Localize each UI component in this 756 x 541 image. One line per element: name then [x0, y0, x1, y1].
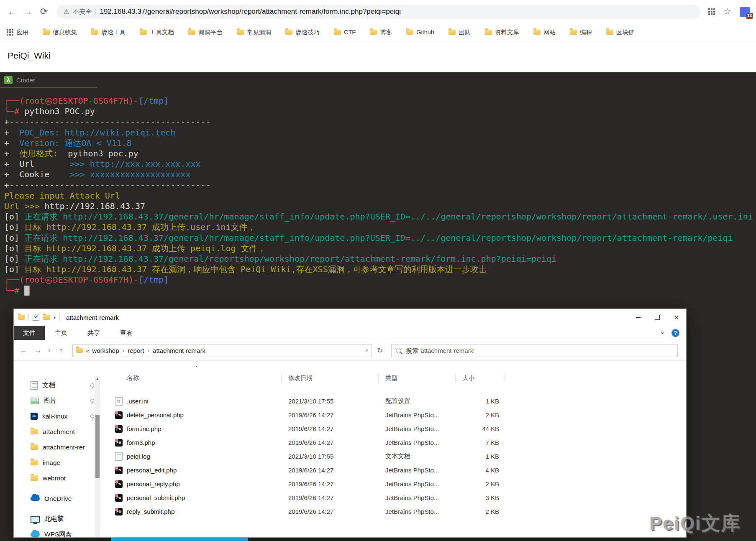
nav-item[interactable]: 此电脑	[14, 511, 100, 527]
bookmark-item[interactable]: Github	[406, 29, 434, 36]
reload-button[interactable]: ⟳	[36, 4, 52, 20]
search-input[interactable]	[405, 347, 673, 355]
bookmark-item[interactable]: 渗透技巧	[285, 28, 320, 36]
quick-access-chevron-icon[interactable]: ▾	[54, 315, 56, 320]
nav-item-label: attachment	[43, 428, 75, 436]
browser-chrome: ← → ⟳ ⚠ 不安全 192.168.43.37/general/report…	[0, 0, 756, 72]
explorer-back-button[interactable]: ←	[17, 344, 30, 357]
terminal-line: + Cookie >>> xxxxxxxxxxxxxxxxxxxx	[4, 169, 753, 180]
not-secure-icon: ⚠	[64, 8, 69, 15]
quick-access-newfolder-icon[interactable]	[43, 315, 50, 320]
ribbon-expand-chevron-icon[interactable]: ˅	[661, 330, 664, 336]
nav-item[interactable]: OneDrive	[14, 491, 100, 506]
help-icon[interactable]: ?	[671, 329, 679, 337]
close-button[interactable]: ×	[667, 309, 686, 326]
ribbon-tab[interactable]: 文件	[14, 326, 45, 340]
extension-icon[interactable]: 13	[740, 7, 750, 17]
up-button[interactable]: ↑	[55, 344, 67, 357]
bookmark-item[interactable]: CTF	[334, 29, 356, 36]
file-size: 1 KB	[456, 398, 505, 405]
scrollbar-thumb[interactable]	[95, 415, 100, 478]
ribbon-tab[interactable]: 共享	[77, 326, 110, 340]
file-date: 2021/3/10 17:55	[282, 398, 379, 405]
address-bar[interactable]: ⚠ 不安全 192.168.43.37/general/reportshop/w…	[57, 5, 700, 19]
watermark: PeiQi文库	[649, 511, 741, 536]
nav-item[interactable]: attachment-rer	[14, 439, 100, 455]
file-name-cell: PSreply_submit.php	[100, 508, 282, 515]
apps-grid-icon	[7, 29, 13, 36]
breadcrumb-overflow-icon[interactable]: «	[86, 347, 89, 354]
file-row[interactable]: PSform3.php2019/6/26 14:27JetBrains PhpS…	[100, 436, 686, 449]
file-name: form3.php	[127, 439, 155, 446]
bookmark-star-icon[interactable]: ☆	[723, 7, 731, 17]
bookmark-item[interactable]: 资料文库	[485, 28, 519, 36]
nav-scrollbar[interactable]	[95, 376, 100, 537]
breadcrumb[interactable]: « workshop›report›attachment-remark ˅	[72, 344, 372, 357]
sort-ascending-icon[interactable]: ˆ	[195, 365, 197, 372]
bookmark-item[interactable]: 漏洞平台	[188, 28, 223, 36]
ribbon-tab[interactable]: 查看	[110, 326, 143, 340]
nav-item[interactable]: kali-linux	[14, 408, 100, 424]
bookmark-item[interactable]: 渗透工具	[91, 28, 126, 36]
ribbon-tab[interactable]: 主页	[45, 326, 77, 340]
bookmark-item[interactable]: 区块链	[606, 28, 635, 36]
scrollbar-up-icon[interactable]	[95, 376, 100, 382]
column-header[interactable]: 修改日期	[282, 373, 379, 383]
bookmark-item[interactable]: 应用	[7, 28, 28, 36]
explorer-forward-button[interactable]: →	[31, 344, 44, 357]
nav-item[interactable]: WPS网盘	[14, 527, 100, 541]
terminal-line: [o] 目标 http://192.168.43.37 存在漏洞，响应中包含 P…	[4, 264, 753, 275]
minimize-button[interactable]	[628, 309, 648, 326]
file-row[interactable]: PSreply_submit.php2019/6/26 14:27JetBrai…	[100, 505, 686, 518]
file-row[interactable]: PSpersonal_reply.php2019/6/26 14:27JetBr…	[100, 477, 686, 491]
bookmark-label: 常见漏洞	[247, 28, 271, 36]
forward-button[interactable]: →	[20, 4, 36, 20]
bookmark-folder-icon	[485, 30, 492, 35]
column-header[interactable]: 类型	[379, 373, 456, 383]
breadcrumb-folder-icon	[76, 348, 83, 353]
column-header[interactable]: 名称	[100, 373, 282, 383]
nav-item-label: webroot	[43, 475, 66, 482]
file-row[interactable]: PSform.inc.php2019/6/26 14:27JetBrains P…	[100, 422, 686, 436]
bookmark-item[interactable]: 信息收集	[43, 28, 77, 36]
file-name-cell: PSform.inc.php	[100, 425, 282, 433]
breadcrumb-item[interactable]: workshop	[92, 347, 119, 354]
breadcrumb-item[interactable]: report	[128, 347, 144, 354]
nav-item[interactable]: webroot	[14, 470, 100, 486]
back-button[interactable]: ←	[4, 4, 20, 20]
file-row[interactable]: PSpersonal_submit.php2019/6/26 14:27JetB…	[100, 491, 686, 505]
search-box[interactable]	[391, 344, 678, 357]
bookmark-item[interactable]: 博客	[370, 28, 392, 36]
nav-item[interactable]: 图片	[14, 393, 100, 408]
file-row[interactable]: peiqi.log2021/3/10 17:55文本文档1 KB	[100, 449, 686, 463]
column-header[interactable]: 大小	[456, 373, 505, 383]
breadcrumb-item[interactable]: attachment-remark	[153, 347, 205, 354]
file-row[interactable]: PSdelete_personal.php2019/6/26 14:27JetB…	[100, 408, 686, 422]
nav-item-label: kali-linux	[42, 413, 67, 420]
nav-item-label: 此电脑	[44, 515, 64, 523]
terminal-tab[interactable]: λ Cmder	[4, 76, 35, 84]
file-size: 44 KB	[456, 425, 505, 432]
maximize-button[interactable]	[648, 309, 667, 326]
bookmark-item[interactable]: 常见漏洞	[237, 28, 271, 36]
file-row[interactable]: PSpersonal_edit.php2019/6/26 14:27JetBra…	[100, 463, 686, 477]
bookmark-item[interactable]: 网站	[533, 28, 556, 36]
column-headers: 名称修改日期类型大小	[100, 372, 686, 384]
file-name: personal_reply.php	[127, 480, 179, 487]
breadcrumb-dropdown-icon[interactable]: ˅	[366, 348, 368, 353]
bookmark-item[interactable]: 团队	[448, 28, 471, 36]
tab-grid-icon[interactable]	[708, 8, 715, 15]
explorer-titlebar[interactable]: ▾ attachment-remark ×	[14, 309, 686, 326]
bookmark-item[interactable]: 工具文档	[140, 28, 174, 36]
nav-item[interactable]: image	[14, 455, 100, 470]
file-name-cell: .user.ini	[100, 397, 282, 406]
bookmark-item[interactable]: 编程	[570, 28, 592, 36]
file-row[interactable]: .user.ini2021/3/10 17:55配置设置1 KB	[100, 394, 686, 408]
history-chevron-icon[interactable]: ˅	[46, 344, 53, 357]
refresh-button[interactable]: ↻	[374, 344, 386, 357]
quick-access-properties-icon[interactable]	[33, 314, 39, 321]
bookmark-folder-icon	[140, 30, 147, 35]
nav-item[interactable]: attachment	[14, 424, 100, 439]
terminal-tab-underline	[0, 87, 97, 88]
nav-item[interactable]: 文档	[14, 378, 100, 393]
